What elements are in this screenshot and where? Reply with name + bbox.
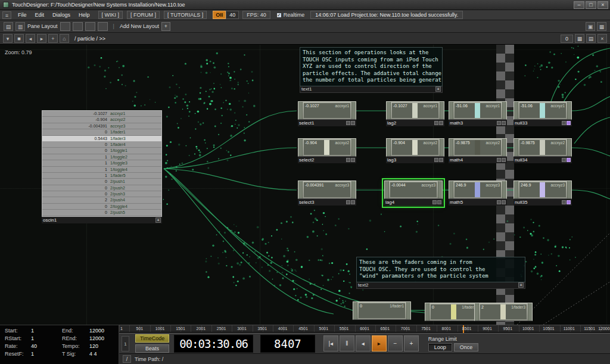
node-flag-icon[interactable] <box>439 158 443 162</box>
node-flag-icon[interactable] <box>346 121 350 125</box>
node-flag-icon[interactable] <box>562 200 566 204</box>
node-output-connector[interactable] <box>351 181 356 198</box>
param-value[interactable]: 1 <box>31 351 62 357</box>
node-input-connector[interactable] <box>298 139 303 156</box>
list-view-icon[interactable]: ▤ <box>586 34 596 43</box>
node-select2[interactable]: -0.904accxyz2select2 <box>298 138 356 163</box>
node-input-connector[interactable] <box>475 303 479 321</box>
table-row[interactable]: 01/toggle1 <box>42 148 161 154</box>
node-output-connector[interactable] <box>406 302 410 319</box>
table-row[interactable]: 22/push4 <box>42 197 161 203</box>
node-output-connector[interactable] <box>567 181 571 198</box>
maximize-button[interactable]: □ <box>586 1 596 9</box>
node-math4[interactable]: -0.9875accxyz2math4 <box>449 138 507 163</box>
layout-preset-2[interactable] <box>73 22 83 31</box>
node-output-connector[interactable] <box>351 139 356 156</box>
grid-layout-icon[interactable]: ▦ <box>597 22 606 31</box>
minimize-button[interactable]: – <box>574 1 584 9</box>
node-select1[interactable]: -0.1027accxyz1select1 <box>298 101 356 126</box>
node-input-connector[interactable] <box>387 139 391 156</box>
param-value[interactable]: 1 <box>31 328 62 334</box>
node-flag-icon[interactable] <box>562 158 566 162</box>
node-flag-icon[interactable] <box>567 158 571 162</box>
node-lag2[interactable]: -0.1027accxyz1lag2 <box>386 101 444 126</box>
node-input-connector[interactable] <box>385 181 389 198</box>
param-value[interactable]: 12000 <box>89 335 114 341</box>
node-input-connector[interactable] <box>514 181 518 198</box>
forum-button[interactable]: [ FORUM ] <box>127 11 160 19</box>
close-button[interactable]: × <box>597 1 608 9</box>
menu-edit[interactable]: Edit <box>31 11 49 18</box>
node-lag4[interactable]: -0.0044accxyz3lag4 <box>384 181 443 206</box>
table-row[interactable]: 11/toggle3 <box>42 160 161 166</box>
root-path-icon[interactable]: / <box>123 355 131 363</box>
comment-add-icon[interactable]: + <box>518 282 524 288</box>
node-flag-icon[interactable] <box>346 158 350 162</box>
node-flag-icon[interactable] <box>437 200 441 204</box>
node-lag3[interactable]: -0.904accxyz2lag3 <box>386 138 444 163</box>
node-flag-icon[interactable] <box>567 121 571 125</box>
node-flag-icon[interactable] <box>432 200 437 204</box>
table-row[interactable]: 01/fader1 <box>42 129 161 135</box>
node-flag-icon[interactable] <box>502 200 506 204</box>
fps-readout[interactable]: FPS: 40 <box>242 11 270 19</box>
node-input-connector[interactable] <box>514 139 518 156</box>
table-row[interactable]: 02/push2 <box>42 185 161 191</box>
node-input-connector[interactable] <box>387 102 391 119</box>
table-row[interactable]: 02/toggle4 <box>42 204 161 210</box>
timecode-button[interactable]: TimeCode <box>135 334 169 343</box>
comment-text2[interactable]: These are the faders coming in from TOUC… <box>356 257 525 289</box>
once-button[interactable]: Once <box>454 343 479 351</box>
home-icon[interactable]: ⌂ <box>60 34 69 43</box>
node-null33[interactable]: -51.06accxyz1null33 <box>513 101 572 126</box>
network-editor[interactable]: Zoom: 0.79 This section of operations lo… <box>0 45 610 325</box>
param-value[interactable]: 1 <box>31 335 62 341</box>
node-input-connector[interactable] <box>449 102 453 119</box>
play-forward-button[interactable]: ▸ <box>372 335 387 351</box>
menu-file[interactable]: File <box>14 11 31 18</box>
node-output-connector[interactable] <box>502 181 506 198</box>
maximize-pane-icon[interactable]: ▣ <box>586 22 595 31</box>
table-row[interactable]: -0.904accxyz2 <box>42 117 161 123</box>
comment-add-icon[interactable]: + <box>435 86 441 92</box>
timeline-ruler[interactable]: 1501100115012001250130013501400145015001… <box>119 325 610 332</box>
play-reverse-button[interactable]: ◂ <box>356 335 371 351</box>
node-flag-icon[interactable] <box>497 158 501 162</box>
table-row[interactable]: 02/push5 <box>42 210 161 216</box>
node-input-connector[interactable] <box>298 102 303 119</box>
node-output-connector[interactable] <box>440 139 444 156</box>
node-output-connector[interactable] <box>502 102 506 119</box>
node-flag-icon[interactable] <box>434 158 438 162</box>
layout-preset-4[interactable] <box>98 22 108 31</box>
node-flag-icon[interactable] <box>502 121 506 125</box>
table-row[interactable]: 11/toggle4 <box>42 167 161 173</box>
grid-view-icon[interactable]: ▦ <box>575 34 584 43</box>
app-menu-icon[interactable]: ≡ <box>2 11 11 19</box>
layout-preset-1[interactable] <box>60 22 70 31</box>
tutorials-button[interactable]: [ TUTORIALS ] <box>164 11 207 19</box>
node-flag-icon[interactable] <box>497 200 501 204</box>
table-row[interactable]: 02/push1 <box>42 179 161 185</box>
node-flag-icon[interactable] <box>351 200 355 204</box>
wiki-button[interactable]: [ WIKI ] <box>98 11 123 19</box>
node-math5[interactable]: 246.9accxyz3math5 <box>449 181 507 206</box>
node-flag-icon[interactable] <box>351 121 355 125</box>
node-flag-icon[interactable] <box>497 121 501 125</box>
node-select3[interactable]: -0.004391accxyz3select3 <box>298 181 356 206</box>
table-row[interactable]: -0.004391accxyz3 <box>42 123 161 129</box>
add-layout-button[interactable]: + <box>161 22 170 31</box>
node-input-connector[interactable] <box>449 181 453 198</box>
param-value[interactable]: 40 <box>31 343 62 349</box>
step-forward-button[interactable]: + <box>404 335 419 351</box>
back-icon[interactable]: ◂ <box>26 34 35 43</box>
node-output-connector[interactable] <box>440 102 444 119</box>
stop-icon[interactable]: ■ <box>14 34 24 43</box>
close-pane-icon[interactable]: × <box>597 34 607 43</box>
forward-icon[interactable]: ▸ <box>37 34 46 43</box>
comment-text1[interactable]: This section of operations looks at the … <box>300 47 443 93</box>
oii-toggle[interactable]: OII <box>213 11 226 19</box>
beats-button[interactable]: Beats <box>135 344 169 353</box>
table-row[interactable]: 01/fader4 <box>42 142 161 148</box>
jump-start-button[interactable]: |◂ <box>323 335 338 351</box>
table-row[interactable]: 02/push3 <box>42 191 161 197</box>
